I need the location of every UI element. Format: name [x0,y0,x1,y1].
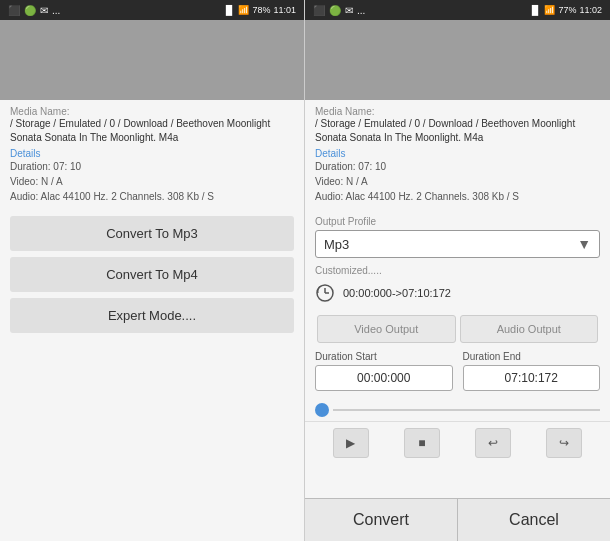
clock-time: 11:01 [273,5,296,15]
seekbar-thumb[interactable] [315,403,329,417]
left-media-info: Media Name: / Storage / Emulated / 0 / D… [0,100,304,210]
seekbar-track[interactable] [333,409,600,411]
right-battery-percent: 77% [558,5,576,15]
duration-end-value[interactable]: 07:10:172 [463,365,601,391]
right-panel: ⬛ 🟢 ✉ ... ▐▌ 📶 77% 11:02 Media Name: / S… [305,0,610,541]
wifi-icon: 📶 [238,5,249,15]
seekbar-row [305,397,610,421]
right-status-right: ▐▌ 📶 77% 11:02 [529,5,602,15]
battery-percent: 78% [252,5,270,15]
convert-button[interactable]: Convert [305,499,458,541]
right-notification-icon: 🟢 [329,5,341,16]
convert-to-mp4-button[interactable]: Convert To Mp4 [10,257,294,292]
status-left-icons: ⬛ 🟢 ✉ ... [8,5,60,16]
right-status-left: ⬛ 🟢 ✉ ... [313,5,365,16]
left-panel: ⬛ 🟢 ✉ ... ▐▌ 📶 78% 11:01 Media Name: / S… [0,0,305,541]
right-mail-icon: ✉ [345,5,353,16]
output-tabs: Video Output Audio Output [315,313,600,345]
output-profile-section: Output Profile Mp3 ▼ [305,210,610,262]
output-profile-value: Mp3 [324,237,349,252]
duration-text: Duration: 07: 10 [10,159,294,174]
right-video-text: Video: N / A [315,174,600,189]
right-app-icon: ⬛ [313,5,325,16]
media-name-label: Media Name: [10,106,294,117]
right-thumbnail [305,20,610,100]
time-range-text: 00:00:000->07:10:172 [343,287,451,299]
right-media-info: Media Name: / Storage / Emulated / 0 / D… [305,100,610,210]
audio-text: Audio: Alac 44100 Hz. 2 Channels. 308 Kb… [10,189,294,204]
duration-end-field: Duration End 07:10:172 [463,351,601,391]
notification-icon: 🟢 [24,5,36,16]
mail-icon: ✉ [40,5,48,16]
output-profile-select[interactable]: Mp3 ▼ [315,230,600,258]
tab-video-output[interactable]: Video Output [317,315,456,343]
convert-to-mp3-button[interactable]: Convert To Mp3 [10,216,294,251]
play-button[interactable]: ▶ [333,428,369,458]
output-profile-label: Output Profile [315,216,600,227]
left-status-bar: ⬛ 🟢 ✉ ... ▐▌ 📶 78% 11:01 [0,0,304,20]
tab-audio-output[interactable]: Audio Output [460,315,599,343]
fast-forward-button[interactable]: ↪ [546,428,582,458]
right-details-label: Details [315,148,600,159]
cancel-button[interactable]: Cancel [458,499,610,541]
right-media-path: / Storage / Emulated / 0 / Download / Be… [315,117,600,145]
media-path: / Storage / Emulated / 0 / Download / Be… [10,117,294,145]
status-right-icons: ▐▌ 📶 78% 11:01 [223,5,296,15]
signal-icon: ▐▌ [223,5,236,15]
time-range-row: 00:00:000->07:10:172 [305,279,610,307]
left-thumbnail [0,20,304,100]
chevron-down-icon: ▼ [577,236,591,252]
customized-label: Customized..... [305,262,610,279]
video-text: Video: N / A [10,174,294,189]
expert-mode-button[interactable]: Expert Mode.... [10,298,294,333]
duration-start-value[interactable]: 00:00:000 [315,365,453,391]
duration-end-label: Duration End [463,351,601,362]
duration-row: Duration Start 00:00:000 Duration End 07… [305,345,610,397]
right-media-name-label: Media Name: [315,106,600,117]
right-status-bar: ⬛ 🟢 ✉ ... ▐▌ 📶 77% 11:02 [305,0,610,20]
duration-start-label: Duration Start [315,351,453,362]
ellipsis: ... [52,5,60,16]
right-duration-text: Duration: 07: 10 [315,159,600,174]
right-audio-text: Audio: Alac 44100 Hz. 2 Channels. 308 Kb… [315,189,600,204]
right-signal-icon: ▐▌ [529,5,542,15]
right-wifi-icon: 📶 [544,5,555,15]
duration-start-field: Duration Start 00:00:000 [315,351,453,391]
action-bar: Convert Cancel [305,498,610,541]
right-ellipsis: ... [357,5,365,16]
left-btn-group: Convert To Mp3 Convert To Mp4 Expert Mod… [0,210,304,339]
playback-controls: ▶ ■ ↩ ↪ [305,421,610,464]
rewind-button[interactable]: ↩ [475,428,511,458]
right-clock-time: 11:02 [579,5,602,15]
stop-button[interactable]: ■ [404,428,440,458]
details-label: Details [10,148,294,159]
app-icon: ⬛ [8,5,20,16]
clock-arrows-icon [315,283,335,303]
